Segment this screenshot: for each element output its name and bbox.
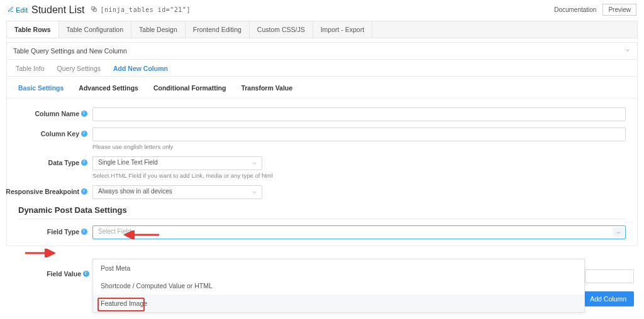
data-type-help: Select HTML Field if you want to add Lin…: [92, 172, 626, 179]
annotation-arrow-2: [24, 249, 57, 257]
inner-tab-add-new-column[interactable]: Add New Column: [113, 65, 168, 72]
info-icon[interactable]: [81, 111, 87, 117]
option-featured-image[interactable]: Featured Image: [93, 295, 584, 312]
tab-import-export[interactable]: Import - Export: [313, 21, 372, 38]
sub-tab-advanced-settings[interactable]: Advanced Settings: [79, 84, 138, 98]
column-name-label: Column Name: [35, 110, 79, 117]
column-name-input[interactable]: [92, 107, 626, 121]
field-type-dropdown: Post Meta Shortcode / Computed Value or …: [92, 259, 585, 313]
tab-table-configuration[interactable]: Table Configuration: [59, 21, 131, 38]
dynamic-settings-heading: Dynamic Post Data Settings: [18, 205, 626, 219]
info-icon[interactable]: [81, 160, 87, 166]
field-value-label: Field Value: [47, 270, 81, 278]
option-shortcode[interactable]: Shortcode / Computed Value or HTML: [93, 277, 584, 295]
inner-tab-table-info[interactable]: Table Info: [16, 65, 45, 72]
data-type-select[interactable]: Single Line Text Field: [92, 156, 262, 170]
edit-link[interactable]: Edit: [8, 6, 28, 14]
edit-icon: [8, 6, 14, 14]
data-type-label: Data Type: [48, 159, 79, 166]
page-header: Edit Student List [ninja_tables id="21"]…: [0, 0, 644, 18]
shortcode-text: [ninja_tables id="21"]: [100, 6, 190, 13]
responsive-label: Responsive Breakpoint: [6, 188, 79, 195]
tab-custom-css-js[interactable]: Custom CSS/JS: [250, 21, 313, 38]
column-key-input[interactable]: [92, 127, 626, 141]
page-title: Student List: [31, 4, 85, 16]
documentation-link[interactable]: Documentation: [554, 6, 596, 13]
shortcode-copy[interactable]: [ninja_tables id="21"]: [91, 6, 190, 14]
panel-title: Table Query Settings and New Column: [13, 47, 127, 55]
column-key-label: Column Key: [41, 130, 79, 138]
edit-label: Edit: [16, 6, 28, 14]
info-icon[interactable]: [81, 229, 87, 235]
field-type-select[interactable]: Select Field: [92, 225, 626, 239]
chevron-down-icon: [625, 47, 631, 55]
info-icon[interactable]: [83, 271, 89, 277]
field-value-input[interactable]: [585, 269, 634, 283]
sub-tab-bar: Basic Settings Advanced Settings Conditi…: [7, 77, 637, 99]
outer-panel: Table Query Settings and New Column Tabl…: [6, 42, 638, 246]
field-value-label-row: Field Value: [8, 270, 89, 278]
info-icon[interactable]: [81, 188, 87, 195]
inner-tab-query-settings[interactable]: Query Settings: [57, 65, 101, 72]
sub-tab-conditional-formatting[interactable]: Conditional Formatting: [153, 84, 226, 98]
panel-title-bar[interactable]: Table Query Settings and New Column: [7, 43, 637, 60]
responsive-selected: Always show in all devices: [98, 188, 172, 195]
chevron-up-icon: [613, 227, 624, 237]
sub-tab-basic-settings[interactable]: Basic Settings: [18, 84, 64, 98]
main-tab-bar: Table Rows Table Configuration Table Des…: [6, 21, 638, 38]
add-column-button[interactable]: Add Column: [582, 291, 634, 306]
inner-tab-bar: Table Info Query Settings Add New Column: [7, 60, 637, 77]
tab-table-design[interactable]: Table Design: [131, 21, 186, 38]
annotation-arrow-1: [123, 230, 160, 239]
sub-tab-transform-value[interactable]: Transform Value: [241, 84, 292, 98]
option-post-meta[interactable]: Post Meta: [93, 259, 584, 277]
data-type-selected: Single Line Text Field: [98, 159, 158, 166]
preview-button[interactable]: Preview: [602, 4, 636, 16]
chevron-down-icon: [252, 189, 258, 195]
copy-icon: [91, 6, 97, 14]
info-icon[interactable]: [81, 131, 87, 137]
responsive-select[interactable]: Always show in all devices: [92, 185, 262, 199]
tab-table-rows[interactable]: Table Rows: [7, 21, 59, 38]
column-key-help: Please use english letters only: [92, 143, 626, 150]
field-type-label: Field Type: [47, 228, 79, 235]
tab-frontend-editing[interactable]: Frontend Editing: [186, 21, 250, 38]
chevron-down-icon: [252, 160, 258, 166]
